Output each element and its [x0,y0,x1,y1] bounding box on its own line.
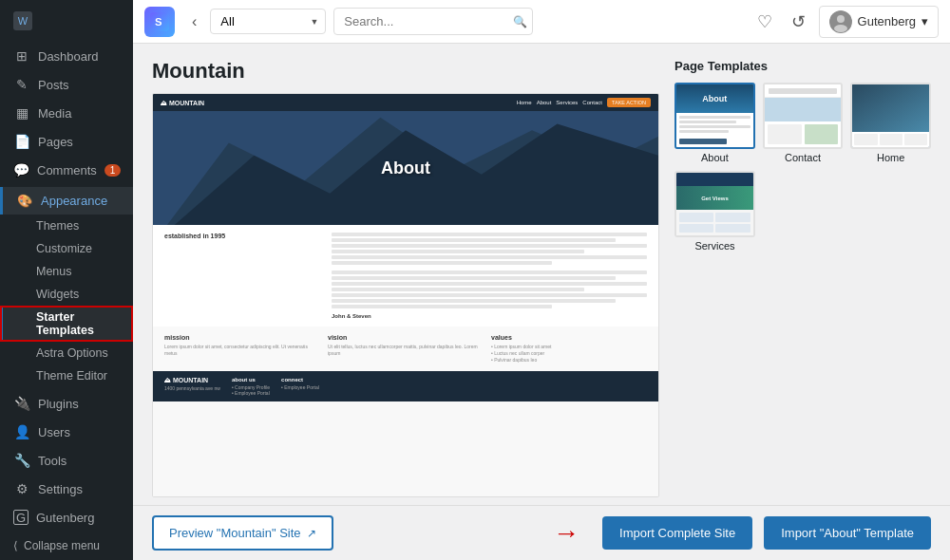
import-about-label: Import "About" Template [781,526,914,540]
template-label-home: Home [877,152,904,163]
text-line [332,276,616,280]
tl2 [679,121,736,123]
mini-footer-about: about us • Company Profile • Employee Po… [232,377,270,396]
sidebar-item-users[interactable]: 👤 Users [0,418,133,446]
search-wrapper [333,8,535,35]
home-col1 [854,134,877,145]
tools-label: Tools [38,454,66,468]
sidebar-sub-item-menus[interactable]: Menus [0,260,133,283]
mini-nav-links: Home About Services Contact TAKE ACTION [517,98,651,107]
content-area: Mountain ⛰ MOUNTAIN Home About Services … [133,44,950,560]
favorites-button[interactable]: ♡ [751,8,778,36]
sidebar-item-comments[interactable]: 💬 Comments 1 [0,156,133,184]
map-thumb [679,139,727,144]
mini-nav-services: Services [556,100,578,105]
pages-icon: 📄 [13,134,30,149]
mini-footer-main: ⛰ MOUNTAIN 1400 pennsylvania ave nw [164,377,220,391]
sidebar-sub-item-themes[interactable]: Themes [0,215,133,237]
sidebar-item-label: Pages [38,135,73,149]
sidebar-item-settings[interactable]: ⚙ Settings [0,475,133,503]
mini-hero: About [153,111,658,225]
sidebar-item-label: Dashboard [38,49,99,64]
sidebar-item-appearance[interactable]: 🎨 Appearance ← [0,187,133,215]
services-header-thumb [676,173,753,186]
back-button[interactable]: ‹ [186,9,202,34]
preview-label: Preview "Mountain" Site [169,526,301,540]
mini-footer-connect: connect • Employee Portal [281,377,319,390]
mission-text: Lorem ipsum dolor sit amet, consectetur … [164,344,320,357]
footer-address: 1400 pennsylvania ave nw [164,385,220,391]
import-complete-site-button[interactable]: Import Complete Site [602,516,752,550]
bottom-bar: Preview "Mountain" Site ↗ → Import Compl… [133,505,950,560]
import-about-template-button[interactable]: Import "About" Template [764,516,931,550]
sidebar-item-plugins[interactable]: 🔌 Plugins [0,389,133,418]
sidebar-sub-item-astra-options[interactable]: Astra Options [0,342,133,364]
template-card-about[interactable]: About About [674,83,755,163]
collapse-icon: ⟨ [13,539,18,552]
sidebar-sub-item-theme-editor[interactable]: Theme Editor [0,364,133,387]
text-line [332,244,647,248]
menus-label: Menus [36,265,72,278]
sidebar-item-dashboard[interactable]: ⊞ Dashboard [0,42,133,70]
refresh-button[interactable]: ↺ [786,8,811,36]
template-card-home[interactable]: Home [850,83,931,163]
sidebar: W ⊞ Dashboard ✎ Posts ▦ Media 📄 Pages 💬 … [0,0,133,560]
sidebar-item-posts[interactable]: ✎ Posts [0,70,133,99]
topbar: S ‹ All Elementor Beaver Builder Block E… [133,0,950,44]
mini-mission-section: mission Lorem ipsum dolor sit amet, cons… [153,327,658,371]
mini-vision: vision Ut elit tellus, luctus nec ullamc… [328,334,484,364]
mini-mission: mission Lorem ipsum dolor sit amet, cons… [164,334,320,364]
template-card-services[interactable]: Get Views [674,171,755,252]
search-input[interactable] [333,8,533,35]
sidebar-item-label: Posts [38,78,69,92]
sidebar-item-tools[interactable]: 🔧 Tools [0,446,133,475]
contact-hero-thumb [765,98,842,121]
user-menu[interactable]: Gutenberg ▾ [819,6,939,38]
footer-about-title: about us [232,377,270,383]
starter-templates-label: Starter Templates [36,310,120,337]
collapse-menu-button[interactable]: ⟨ Collapse menu [0,532,133,560]
vision-title: vision [328,334,484,341]
contact-header-thumb [765,84,842,98]
templates-grid-top: About About [674,83,931,163]
customize-label: Customize [36,242,92,255]
main-content: S ‹ All Elementor Beaver Builder Block E… [133,0,950,560]
preview-frame: ⛰ MOUNTAIN Home About Services Contact T… [152,93,659,497]
mini-hero-text: About [381,159,430,178]
sidebar-item-gutenberg[interactable]: G Gutenberg [0,503,133,532]
filter-select[interactable]: All Elementor Beaver Builder Block Edito… [210,9,326,34]
mini-nav-home: Home [517,100,532,105]
template-card-contact[interactable]: Contact [763,83,844,163]
sidebar-sub-item-customize[interactable]: Customize [0,237,133,260]
settings-icon: ⚙ [13,481,30,496]
preview-panel: Mountain ⛰ MOUNTAIN Home About Services … [152,59,659,497]
template-thumb-about: About [674,83,755,149]
vision-text: Ut elit tellus, luctus nec ullamcorper m… [328,344,484,357]
template-label-about: About [701,152,729,163]
text-line [332,293,647,297]
mini-nav-logo: ⛰ MOUNTAIN [161,100,204,106]
filter-wrapper: All Elementor Beaver Builder Block Edito… [210,9,326,34]
contact-form-thumb [768,124,802,144]
contact-nav-thumb [769,88,838,94]
text-line [332,255,647,259]
sidebar-logo: W [0,0,133,42]
gutenberg-label: Gutenberg [36,511,94,525]
sidebar-item-media[interactable]: ▦ Media [0,99,133,127]
sidebar-item-label: Comments [37,163,97,177]
sidebar-sub-item-starter-templates[interactable]: Starter Templates [0,306,133,342]
template-label-contact: Contact [785,152,821,163]
footer-employee: • Employee Portal [232,390,270,396]
text-line [332,271,647,274]
sidebar-sub-item-widgets[interactable]: Widgets [0,283,133,306]
user-name: Gutenberg [858,14,916,28]
tl3 [679,125,750,128]
svg-text:S: S [155,15,162,27]
preview-site-button[interactable]: Preview "Mountain" Site ↗ [152,515,333,551]
gutenberg-icon: G [13,510,28,525]
home-thumbnail [852,84,929,147]
sidebar-item-pages[interactable]: 📄 Pages [0,127,133,156]
sidebar-item-label: Media [38,106,71,121]
astra-options-label: Astra Options [36,346,108,360]
text-line [332,250,584,253]
